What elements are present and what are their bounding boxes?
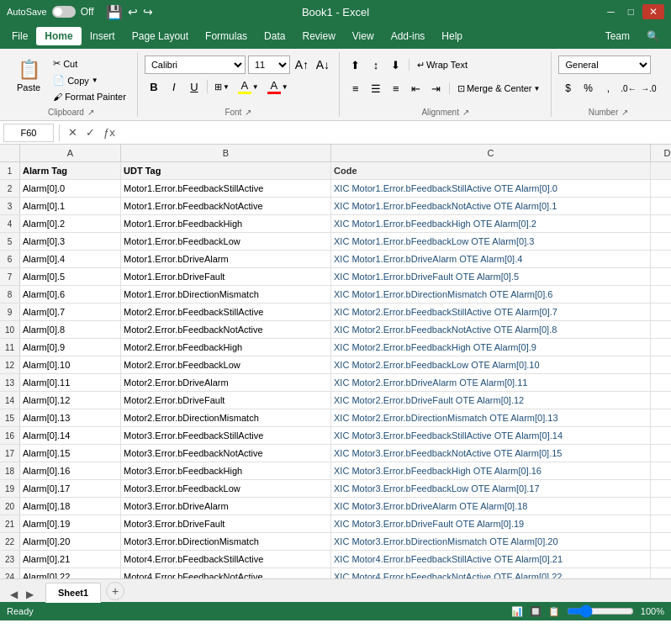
cell-9c[interactable]: XIC Motor2.Error.bFeedbackStillActive OT… <box>331 304 651 320</box>
align-center-button[interactable]: ☰ <box>367 79 385 98</box>
font-size-select[interactable]: 11 <box>248 55 290 74</box>
merge-dropdown-icon[interactable]: ▼ <box>534 85 541 92</box>
cell-21b[interactable]: Motor3.Error.bDriveFault <box>121 515 331 532</box>
currency-button[interactable]: $ <box>558 79 577 98</box>
row-num-12[interactable]: 12 <box>0 356 20 373</box>
cell-15c[interactable]: XIC Motor2.Error.bDirectionMismatch OTE … <box>331 409 651 426</box>
decrease-decimal-button[interactable]: .0← <box>619 79 637 98</box>
cell-23b[interactable]: Motor4.Error.bFeedbackStillActive <box>121 551 331 567</box>
cell-11c[interactable]: XIC Motor2.Error.bFeedbackHigh OTE Alarm… <box>331 339 651 356</box>
cell-20d[interactable] <box>651 498 671 515</box>
cell-10a[interactable]: Alarm[0].8 <box>20 321 121 338</box>
cell-2a[interactable]: Alarm[0].0 <box>20 180 121 197</box>
col-header-b[interactable]: B <box>121 145 331 161</box>
row-num-13[interactable]: 13 <box>0 374 20 391</box>
cell-2c[interactable]: XIC Motor1.Error.bFeedbackStillActive OT… <box>331 180 651 197</box>
cell-4a[interactable]: Alarm[0].2 <box>20 215 121 232</box>
cell-14c[interactable]: XIC Motor2.Error.bDriveFault OTE Alarm[0… <box>331 392 651 409</box>
fill-dropdown-icon[interactable]: ▼ <box>252 83 259 91</box>
cell-9a[interactable]: Alarm[0].7 <box>20 304 121 320</box>
italic-button[interactable]: I <box>165 77 183 96</box>
cell-3d[interactable] <box>651 198 671 214</box>
underline-button[interactable]: U <box>185 77 203 96</box>
increase-decimal-button[interactable]: →.0 <box>639 79 658 98</box>
cell-2b[interactable]: Motor1.Error.bFeedbackStillActive <box>121 180 331 197</box>
cell-15d[interactable] <box>651 409 671 426</box>
cell-24b[interactable]: Motor4.Error.bFeedbackNotActive <box>121 568 331 578</box>
autosave-toggle[interactable] <box>52 6 76 18</box>
confirm-formula-icon[interactable]: ✓ <box>82 125 98 140</box>
menu-team[interactable]: Team <box>597 27 638 45</box>
menu-review[interactable]: Review <box>293 27 343 45</box>
wrap-text-button[interactable]: ↵ Wrap Text <box>413 57 472 73</box>
borders-button[interactable]: ⊞ ▼ <box>211 79 233 95</box>
font-color-dropdown-icon[interactable]: ▼ <box>282 83 288 91</box>
row-num-4[interactable]: 4 <box>0 215 20 232</box>
alignment-expand-icon[interactable]: ↗ <box>462 108 469 117</box>
status-fullscreen-icon[interactable]: 📋 <box>548 606 560 617</box>
insert-function-icon[interactable]: ƒx <box>100 125 119 140</box>
cell-5d[interactable] <box>651 233 671 250</box>
cell-8d[interactable] <box>651 286 671 303</box>
merge-center-button[interactable]: ⊡ Merge & Center ▼ <box>453 81 545 97</box>
cell-13b[interactable]: Motor2.Error.bDriveAlarm <box>121 374 331 391</box>
col-header-d[interactable]: D <box>651 145 671 161</box>
row-num-19[interactable]: 19 <box>0 480 20 497</box>
add-sheet-button[interactable]: + <box>106 582 124 600</box>
cell-12b[interactable]: Motor2.Error.bFeedbackLow <box>121 356 331 373</box>
cell-20b[interactable]: Motor3.Error.bDriveAlarm <box>121 498 331 515</box>
cell-22a[interactable]: Alarm[0].20 <box>20 533 121 550</box>
row-num-8[interactable]: 8 <box>0 286 20 303</box>
cell-7c[interactable]: XIC Motor1.Error.bDriveFault OTE Alarm[0… <box>331 268 651 285</box>
cell-19d[interactable] <box>651 480 671 497</box>
menu-file[interactable]: File <box>3 27 36 45</box>
cell-18d[interactable] <box>651 462 671 479</box>
col-header-a[interactable]: A <box>20 145 121 161</box>
sheet-next-btn[interactable]: ▶ <box>23 587 37 602</box>
cell-4c[interactable]: XIC Motor1.Error.bFeedbackHigh OTE Alarm… <box>331 215 651 232</box>
row-num-16[interactable]: 16 <box>0 427 20 444</box>
cell-19b[interactable]: Motor3.Error.bFeedbackLow <box>121 480 331 497</box>
cell-13a[interactable]: Alarm[0].11 <box>20 374 121 391</box>
row-num-20[interactable]: 20 <box>0 498 20 515</box>
cell-1b[interactable]: UDT Tag <box>121 162 331 179</box>
row-num-14[interactable]: 14 <box>0 392 20 409</box>
cell-16b[interactable]: Motor3.Error.bFeedbackStillActive <box>121 427 331 444</box>
align-middle-button[interactable]: ↕ <box>367 55 385 74</box>
cell-10d[interactable] <box>651 321 671 338</box>
row-num-24[interactable]: 24 <box>0 568 20 578</box>
cell-3b[interactable]: Motor1.Error.bFeedbackNotActive <box>121 198 331 214</box>
cell-9b[interactable]: Motor2.Error.bFeedbackStillActive <box>121 304 331 320</box>
row-num-1[interactable]: 1 <box>0 162 20 179</box>
cut-button[interactable]: ✂ Cut <box>49 55 130 71</box>
zoom-slider[interactable] <box>567 604 634 618</box>
cell-11d[interactable] <box>651 339 671 356</box>
status-layout-icon[interactable]: 🔲 <box>530 606 542 617</box>
sheet-tab-sheet1[interactable]: Sheet1 <box>45 583 101 603</box>
increase-font-icon[interactable]: A↑ <box>293 55 311 74</box>
cell-14a[interactable]: Alarm[0].12 <box>20 392 121 409</box>
cell-4b[interactable]: Motor1.Error.bFeedbackHigh <box>121 215 331 232</box>
cell-13d[interactable] <box>651 374 671 391</box>
menu-data[interactable]: Data <box>256 27 293 45</box>
cell-21c[interactable]: XIC Motor3.Error.bDriveFault OTE Alarm[0… <box>331 515 651 532</box>
menu-addins[interactable]: Add-ins <box>383 27 434 45</box>
cell-17a[interactable]: Alarm[0].15 <box>20 445 121 462</box>
status-chart-icon[interactable]: 📊 <box>511 606 523 617</box>
cell-5c[interactable]: XIC Motor1.Error.bFeedbackLow OTE Alarm[… <box>331 233 651 250</box>
save-icon[interactable]: 💾 <box>106 4 123 20</box>
cell-20a[interactable]: Alarm[0].18 <box>20 498 121 515</box>
cell-6d[interactable] <box>651 251 671 267</box>
cell-21d[interactable] <box>651 515 671 532</box>
cell-3c[interactable]: XIC Motor1.Error.bFeedbackNotActive OTE … <box>331 198 651 214</box>
cell-5a[interactable]: Alarm[0].3 <box>20 233 121 250</box>
cell-23d[interactable] <box>651 551 671 567</box>
font-name-select[interactable]: Calibri <box>145 55 246 74</box>
cell-18c[interactable]: XIC Motor3.Error.bFeedbackHigh OTE Alarm… <box>331 462 651 479</box>
cell-17b[interactable]: Motor3.Error.bFeedbackNotActive <box>121 445 331 462</box>
row-num-11[interactable]: 11 <box>0 339 20 356</box>
cell-21a[interactable]: Alarm[0].19 <box>20 515 121 532</box>
row-num-23[interactable]: 23 <box>0 551 20 567</box>
copy-button[interactable]: 📄 Copy ▼ <box>49 72 130 88</box>
cell-9d[interactable] <box>651 304 671 320</box>
